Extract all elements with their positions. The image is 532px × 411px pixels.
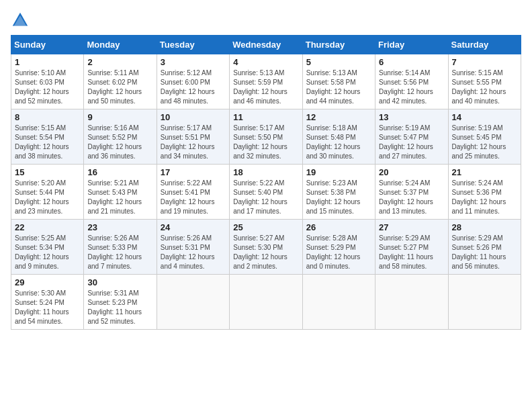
calendar-cell: 10Sunrise: 5:17 AM Sunset: 5:51 PM Dayli… — [157, 109, 229, 165]
day-header-wednesday: Wednesday — [230, 36, 302, 54]
day-number: 18 — [233, 167, 298, 177]
calendar-cell: 16Sunrise: 5:21 AM Sunset: 5:43 PM Dayli… — [84, 165, 157, 220]
day-info: Sunrise: 5:24 AM Sunset: 5:36 PM Dayligh… — [452, 179, 517, 216]
day-number: 7 — [452, 57, 517, 67]
day-info: Sunrise: 5:12 AM Sunset: 6:00 PM Dayligh… — [161, 68, 226, 106]
day-info: Sunrise: 5:14 AM Sunset: 5:56 PM Dayligh… — [379, 68, 444, 106]
day-number: 2 — [87, 57, 152, 67]
day-info: Sunrise: 5:16 AM Sunset: 5:52 PM Dayligh… — [87, 124, 152, 161]
calendar-cell: 20Sunrise: 5:24 AM Sunset: 5:37 PM Dayli… — [375, 165, 448, 220]
calendar-cell: 24Sunrise: 5:26 AM Sunset: 5:31 PM Dayli… — [157, 220, 229, 275]
calendar-cell: 5Sunrise: 5:13 AM Sunset: 5:58 PM Daylig… — [302, 54, 375, 109]
day-number: 5 — [306, 57, 371, 67]
day-number: 6 — [379, 57, 444, 67]
day-number: 19 — [306, 167, 371, 177]
day-info: Sunrise: 5:23 AM Sunset: 5:38 PM Dayligh… — [306, 179, 371, 216]
calendar-cell: 15Sunrise: 5:20 AM Sunset: 5:44 PM Dayli… — [11, 165, 84, 220]
calendar-week-4: 29Sunrise: 5:30 AM Sunset: 5:24 PM Dayli… — [11, 275, 521, 330]
day-number: 22 — [15, 222, 80, 232]
calendar-cell — [448, 275, 521, 330]
day-number: 12 — [306, 112, 371, 122]
calendar-cell: 19Sunrise: 5:23 AM Sunset: 5:38 PM Dayli… — [302, 165, 375, 220]
calendar-cell: 2Sunrise: 5:11 AM Sunset: 6:02 PM Daylig… — [84, 54, 157, 109]
day-header-thursday: Thursday — [302, 36, 375, 54]
calendar-cell: 23Sunrise: 5:26 AM Sunset: 5:33 PM Dayli… — [84, 220, 157, 275]
calendar-week-2: 15Sunrise: 5:20 AM Sunset: 5:44 PM Dayli… — [11, 165, 521, 220]
calendar-cell — [230, 275, 302, 330]
calendar-week-3: 22Sunrise: 5:25 AM Sunset: 5:34 PM Dayli… — [11, 220, 521, 275]
day-number: 10 — [161, 112, 226, 122]
day-number: 26 — [306, 222, 371, 232]
day-info: Sunrise: 5:24 AM Sunset: 5:37 PM Dayligh… — [379, 179, 444, 216]
calendar-cell: 30Sunrise: 5:31 AM Sunset: 5:23 PM Dayli… — [84, 275, 157, 330]
day-info: Sunrise: 5:18 AM Sunset: 5:48 PM Dayligh… — [306, 124, 371, 161]
day-number: 24 — [161, 222, 226, 232]
day-number: 14 — [452, 112, 517, 122]
calendar-cell: 27Sunrise: 5:29 AM Sunset: 5:27 PM Dayli… — [375, 220, 448, 275]
page-header — [11, 11, 521, 30]
day-info: Sunrise: 5:26 AM Sunset: 5:31 PM Dayligh… — [161, 234, 226, 271]
day-number: 21 — [452, 167, 517, 177]
day-info: Sunrise: 5:22 AM Sunset: 5:40 PM Dayligh… — [233, 179, 298, 216]
calendar-week-0: 1Sunrise: 5:10 AM Sunset: 6:03 PM Daylig… — [11, 54, 521, 109]
day-number: 25 — [233, 222, 298, 232]
day-number: 20 — [379, 167, 444, 177]
calendar-cell: 4Sunrise: 5:13 AM Sunset: 5:59 PM Daylig… — [230, 54, 302, 109]
day-number: 29 — [15, 277, 80, 287]
day-number: 3 — [161, 57, 226, 67]
calendar-header-row: SundayMondayTuesdayWednesdayThursdayFrid… — [11, 36, 521, 54]
calendar-cell: 21Sunrise: 5:24 AM Sunset: 5:36 PM Dayli… — [448, 165, 521, 220]
calendar-cell: 3Sunrise: 5:12 AM Sunset: 6:00 PM Daylig… — [157, 54, 229, 109]
day-info: Sunrise: 5:25 AM Sunset: 5:34 PM Dayligh… — [15, 234, 80, 271]
day-number: 1 — [15, 57, 80, 67]
day-number: 11 — [233, 112, 298, 122]
logo — [11, 11, 32, 30]
day-number: 28 — [452, 222, 517, 232]
day-number: 4 — [233, 57, 298, 67]
calendar-cell — [375, 275, 448, 330]
day-info: Sunrise: 5:15 AM Sunset: 5:55 PM Dayligh… — [452, 68, 517, 106]
day-info: Sunrise: 5:30 AM Sunset: 5:24 PM Dayligh… — [15, 289, 80, 326]
day-info: Sunrise: 5:17 AM Sunset: 5:51 PM Dayligh… — [161, 124, 226, 161]
day-info: Sunrise: 5:29 AM Sunset: 5:26 PM Dayligh… — [452, 234, 517, 271]
calendar-cell: 8Sunrise: 5:15 AM Sunset: 5:54 PM Daylig… — [11, 109, 84, 165]
day-number: 17 — [161, 167, 226, 177]
day-number: 8 — [15, 112, 80, 122]
logo-icon — [11, 11, 30, 30]
day-info: Sunrise: 5:26 AM Sunset: 5:33 PM Dayligh… — [87, 234, 152, 271]
day-number: 16 — [87, 167, 152, 177]
day-info: Sunrise: 5:20 AM Sunset: 5:44 PM Dayligh… — [15, 179, 80, 216]
day-info: Sunrise: 5:31 AM Sunset: 5:23 PM Dayligh… — [87, 289, 152, 326]
calendar-cell: 12Sunrise: 5:18 AM Sunset: 5:48 PM Dayli… — [302, 109, 375, 165]
calendar-cell: 17Sunrise: 5:22 AM Sunset: 5:41 PM Dayli… — [157, 165, 229, 220]
day-header-monday: Monday — [84, 36, 157, 54]
calendar-cell: 13Sunrise: 5:19 AM Sunset: 5:47 PM Dayli… — [375, 109, 448, 165]
day-info: Sunrise: 5:28 AM Sunset: 5:29 PM Dayligh… — [306, 234, 371, 271]
calendar-table: SundayMondayTuesdayWednesdayThursdayFrid… — [11, 35, 521, 330]
day-info: Sunrise: 5:27 AM Sunset: 5:30 PM Dayligh… — [233, 234, 298, 271]
calendar-cell: 22Sunrise: 5:25 AM Sunset: 5:34 PM Dayli… — [11, 220, 84, 275]
day-header-sunday: Sunday — [11, 36, 84, 54]
calendar-cell: 29Sunrise: 5:30 AM Sunset: 5:24 PM Dayli… — [11, 275, 84, 330]
calendar-cell: 18Sunrise: 5:22 AM Sunset: 5:40 PM Dayli… — [230, 165, 302, 220]
calendar-cell: 11Sunrise: 5:17 AM Sunset: 5:50 PM Dayli… — [230, 109, 302, 165]
calendar-cell — [157, 275, 229, 330]
day-info: Sunrise: 5:15 AM Sunset: 5:54 PM Dayligh… — [15, 124, 80, 161]
day-header-friday: Friday — [375, 36, 448, 54]
day-info: Sunrise: 5:13 AM Sunset: 5:59 PM Dayligh… — [233, 68, 298, 106]
day-header-saturday: Saturday — [448, 36, 521, 54]
calendar-cell: 25Sunrise: 5:27 AM Sunset: 5:30 PM Dayli… — [230, 220, 302, 275]
day-info: Sunrise: 5:19 AM Sunset: 5:45 PM Dayligh… — [452, 124, 517, 161]
calendar-cell: 14Sunrise: 5:19 AM Sunset: 5:45 PM Dayli… — [448, 109, 521, 165]
day-info: Sunrise: 5:13 AM Sunset: 5:58 PM Dayligh… — [306, 68, 371, 106]
day-number: 15 — [15, 167, 80, 177]
day-info: Sunrise: 5:19 AM Sunset: 5:47 PM Dayligh… — [379, 124, 444, 161]
day-info: Sunrise: 5:29 AM Sunset: 5:27 PM Dayligh… — [379, 234, 444, 271]
calendar-cell — [302, 275, 375, 330]
calendar-cell: 26Sunrise: 5:28 AM Sunset: 5:29 PM Dayli… — [302, 220, 375, 275]
calendar-cell: 6Sunrise: 5:14 AM Sunset: 5:56 PM Daylig… — [375, 54, 448, 109]
day-number: 9 — [87, 112, 152, 122]
day-info: Sunrise: 5:21 AM Sunset: 5:43 PM Dayligh… — [87, 179, 152, 216]
calendar-week-1: 8Sunrise: 5:15 AM Sunset: 5:54 PM Daylig… — [11, 109, 521, 165]
calendar-cell: 7Sunrise: 5:15 AM Sunset: 5:55 PM Daylig… — [448, 54, 521, 109]
